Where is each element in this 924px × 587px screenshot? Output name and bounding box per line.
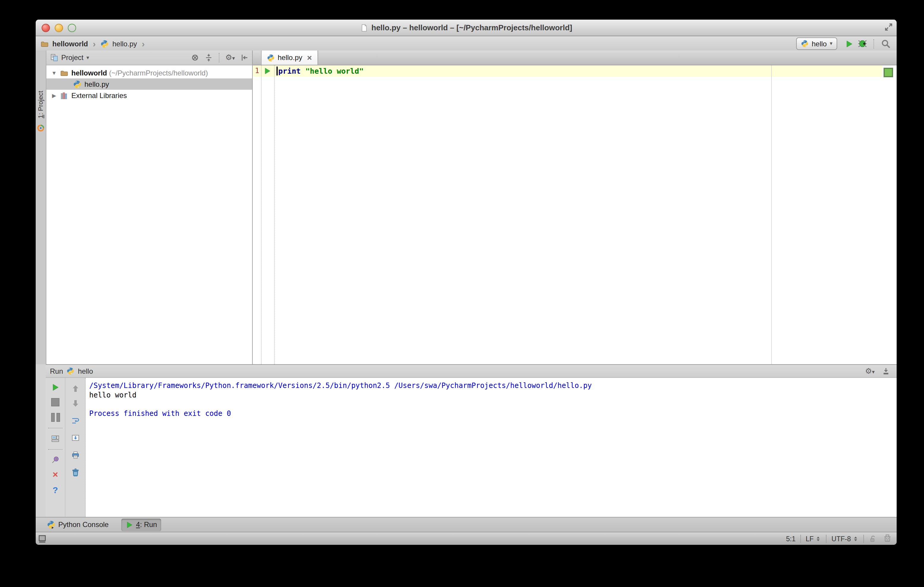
editor-tab-bar: hello.py × (253, 51, 897, 65)
encoding-widget[interactable]: UTF-8 (832, 535, 859, 542)
run-icon (51, 383, 59, 391)
collapsed-arrow-icon[interactable]: ▶ (51, 92, 57, 98)
gear-icon: ⚙ (865, 366, 872, 375)
search-button[interactable] (879, 37, 892, 50)
tree-row-label: hello.py (84, 80, 109, 88)
close-tab-icon[interactable]: × (307, 53, 312, 62)
close-window-button[interactable] (41, 23, 50, 32)
up-stack-trace-button[interactable] (65, 383, 85, 395)
run-panel-header: Run hello ⚙▾ (46, 364, 897, 378)
fullscreen-icon[interactable] (884, 23, 893, 31)
run-tool-window-button[interactable]: 4: Run (121, 518, 161, 531)
console-line (89, 400, 897, 409)
pin-tab-button[interactable] (46, 454, 65, 466)
run-configuration-name: hello (812, 39, 827, 48)
left-tool-stripe: 1: Project (36, 51, 46, 364)
desktop: hello.py – helloworld – [~/PycharmProjec… (0, 0, 924, 587)
text-caret (277, 67, 278, 76)
traffic-lights (41, 20, 76, 36)
pin-icon (51, 456, 59, 464)
line-number[interactable]: 1 (253, 65, 259, 77)
status-separator (800, 534, 801, 543)
run-panel-config-name[interactable]: hello (78, 367, 93, 375)
soft-wrap-button[interactable] (65, 415, 85, 427)
soft-wrap-icon (71, 416, 79, 425)
code-line[interactable]: print"hello world" (278, 65, 364, 77)
search-icon (881, 39, 890, 48)
trash-icon (71, 468, 79, 477)
scroll-to-end-button[interactable] (65, 432, 85, 444)
help-button[interactable]: ? (46, 483, 65, 495)
restore-layout-button[interactable] (46, 432, 65, 444)
breadcrumb: helloworld › hello.py › (40, 39, 146, 48)
chevron-right-icon: › (93, 39, 96, 48)
inspection-profile-icon[interactable] (883, 534, 892, 543)
close-panel-button[interactable]: × (46, 469, 65, 481)
python-file-icon (73, 80, 81, 88)
project-panel-title[interactable]: Project (61, 53, 84, 62)
status-bar: 5:1 LF UTF-8 (36, 532, 897, 545)
pause-output-button[interactable] (46, 411, 65, 423)
gutter-separator (261, 65, 262, 364)
zoom-window-button[interactable] (68, 23, 76, 32)
tree-row-external-libraries[interactable]: ▶ External Libraries (46, 90, 252, 101)
dock-panel-icon[interactable] (882, 367, 890, 375)
title-bar[interactable]: hello.py – helloworld – [~/PycharmProjec… (36, 20, 897, 36)
run-button[interactable] (843, 37, 856, 50)
right-margin-guide (771, 65, 772, 364)
status-separator (863, 534, 864, 543)
run-configuration-select[interactable]: hello ▾ (796, 38, 837, 50)
chevron-down-icon[interactable]: ▾ (86, 55, 89, 60)
line-separator-widget[interactable]: LF (806, 535, 822, 542)
expanded-arrow-icon[interactable]: ▼ (51, 70, 57, 76)
tree-row-project-root[interactable]: ▼ helloworld (~/PycharmProjects/hellowor… (46, 67, 252, 79)
tab-hello-py[interactable]: hello.py × (261, 51, 318, 65)
close-icon: × (53, 470, 58, 480)
tool-window-bar: Python Console 4: Run (36, 517, 897, 532)
settings-gear-button[interactable]: ⚙▾ (865, 367, 874, 375)
rerun-button[interactable] (46, 381, 65, 393)
python-icon (67, 367, 74, 375)
breadcrumb-file[interactable]: hello.py (112, 39, 137, 48)
inspection-status-indicator[interactable] (884, 68, 893, 77)
navigation-bar: helloworld › hello.py › hello ▾ (36, 36, 897, 52)
spinner-arrows-icon (815, 536, 822, 541)
locate-icon[interactable] (191, 53, 199, 62)
help-icon: ? (53, 485, 58, 494)
window-title-text: hello.py – helloworld – [~/PycharmProjec… (371, 23, 572, 32)
encoding-value: UTF-8 (832, 535, 851, 542)
gutter-separator (274, 65, 275, 364)
toolbar-separator (219, 53, 219, 62)
editor-body[interactable]: 1 print"hello world" (253, 65, 897, 364)
tree-row-hello-py[interactable]: hello.py (46, 79, 252, 90)
hide-panel-icon[interactable] (240, 53, 249, 62)
chevron-right-icon: › (142, 39, 145, 48)
run-icon (125, 521, 133, 528)
status-bar-widgets: 5:1 LF UTF-8 (786, 534, 892, 543)
run-toolbar-primary: × ? (46, 378, 65, 517)
tree-row-label: helloworld (~/PycharmProjects/helloworld… (71, 69, 208, 77)
console-line: /System/Library/Frameworks/Python.framew… (89, 381, 897, 391)
minimize-window-button[interactable] (55, 23, 63, 32)
settings-gear-button[interactable]: ⚙▾ (225, 53, 235, 62)
print-button[interactable] (65, 449, 85, 461)
breadcrumb-project[interactable]: helloworld (52, 39, 88, 48)
clear-all-button[interactable] (65, 466, 85, 478)
lock-icon[interactable] (869, 534, 877, 543)
caret-position-widget[interactable]: 5:1 (786, 535, 795, 542)
stop-button[interactable] (46, 396, 65, 408)
toolbar-separator (873, 39, 874, 48)
window-title: hello.py – helloworld – [~/PycharmProjec… (360, 23, 572, 32)
project-stripe-label: 1: Project (37, 91, 44, 118)
console-line: Process finished with exit code 0 (89, 409, 897, 418)
chevron-down-icon: ▾ (872, 369, 874, 375)
collapse-all-icon[interactable] (205, 53, 213, 62)
python-console-button[interactable]: Python Console (43, 518, 113, 531)
debug-button[interactable] (856, 37, 869, 50)
down-stack-trace-button[interactable] (65, 398, 85, 409)
project-panel-actions: ⚙▾ (191, 53, 249, 62)
project-stripe-button[interactable]: 1: Project (36, 84, 46, 125)
toggle-toolbars-icon[interactable] (38, 534, 46, 543)
run-line-marker-icon[interactable] (263, 67, 271, 75)
run-console-output[interactable]: /System/Library/Frameworks/Python.framew… (86, 378, 897, 517)
